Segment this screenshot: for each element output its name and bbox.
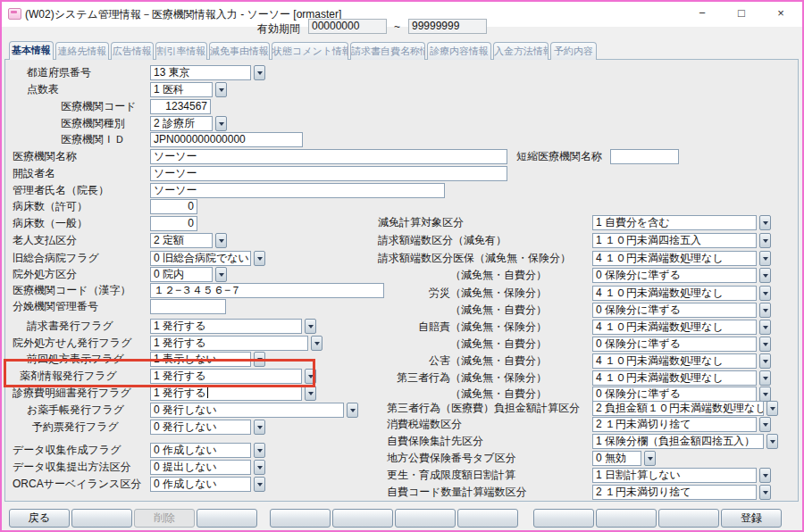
- prefecture-number-dropdown-arrow[interactable]: [254, 65, 265, 80]
- billing-rounding-ins-no-exemption-insurance-dropdown-arrow[interactable]: [759, 251, 771, 266]
- f2-blank-button[interactable]: [71, 509, 132, 528]
- medicine-notebook-issue-flag-dropdown-arrow[interactable]: [347, 403, 358, 418]
- third-party-no-exemption-self-dropdown-arrow[interactable]: [759, 387, 771, 402]
- jibaiseki-no-exemption-insurance-combobox[interactable]: 4 １０円未満端数処理なし: [592, 320, 757, 335]
- close-button[interactable]: ×: [761, 0, 800, 27]
- third-party-medical-burden-calc-dropdown-arrow[interactable]: [766, 401, 778, 416]
- billing-rounding-with-exemption-label: 請求額端数区分（減免有）: [378, 233, 547, 248]
- f11-blank-button[interactable]: [658, 509, 719, 528]
- invoice-issue-flag-combobox[interactable]: 1 発行する: [150, 319, 302, 334]
- elderly-payment-class-dropdown-arrow[interactable]: [215, 233, 227, 248]
- data-collection-submit-class-combobox[interactable]: 0 提出しない: [150, 460, 251, 475]
- billing-rounding-ins-no-exemption-insurance-combobox[interactable]: 4 １０円未満端数処理なし: [592, 251, 757, 266]
- medical-inst-code-input[interactable]: 1234567: [150, 99, 211, 114]
- medical-fee-statement-issue-flag-combobox[interactable]: 1 発行する: [150, 386, 302, 401]
- jibaiseki-no-exemption-self-combobox[interactable]: 0 保険分に準ずる: [592, 337, 757, 352]
- old-general-hospital-flag-dropdown-arrow[interactable]: [254, 251, 265, 266]
- orca-surveillance-class-combobox[interactable]: 0 作成しない: [150, 477, 251, 492]
- consumption-tax-rounding-combobox[interactable]: 2 １円未満切り捨て: [592, 417, 757, 432]
- third-party-no-exemption-insurance-combobox[interactable]: 4 １０円未満端数処理なし: [592, 370, 757, 386]
- tab-ad-info[interactable]: 広告情報: [111, 42, 154, 60]
- minimize-button[interactable]: −: [683, 0, 722, 27]
- f4-blank-button[interactable]: [197, 509, 257, 528]
- short-medical-inst-name-field[interactable]: [610, 149, 679, 164]
- jibaiseki-no-exemption-self-dropdown-arrow[interactable]: [759, 337, 771, 352]
- beds-licensed-input[interactable]: 0: [150, 199, 197, 214]
- invoice-issue-flag-dropdown-arrow[interactable]: [305, 319, 316, 334]
- third-party-no-exemption-self-combobox[interactable]: 0 保険分に準ずる: [592, 387, 757, 402]
- external-prescription-issue-flag-combobox[interactable]: 1 発行する: [150, 336, 308, 351]
- tab-deposit-method-info[interactable]: 入金方法情報: [493, 42, 549, 60]
- validity-to-field[interactable]: 99999999: [408, 19, 487, 34]
- elderly-payment-class-combobox[interactable]: 2 定額: [150, 233, 213, 248]
- exemption-calc-target-class-combobox[interactable]: 1 自費分を含む: [592, 215, 757, 230]
- data-collection-create-flag-combobox[interactable]: 0 作成しない: [150, 443, 251, 458]
- rosai-no-exemption-self-combobox[interactable]: 0 保険分に準ずる: [592, 303, 757, 318]
- billing-rounding-ins-no-exemption-self-combobox[interactable]: 0 保険分に準ずる: [592, 268, 757, 283]
- third-party-medical-burden-calc-combobox[interactable]: 2 負担金額１０円未満端数処理なし: [592, 401, 764, 416]
- f7-blank-button[interactable]: [395, 509, 456, 528]
- self-pay-code-quantity-rounding-dropdown-arrow[interactable]: [759, 485, 771, 500]
- external-prescription-class-combobox[interactable]: 0 院内: [150, 267, 213, 282]
- kosei-ikusei-daily-calc-combobox[interactable]: 1 日割計算しない: [592, 468, 757, 483]
- data-collection-submit-class-dropdown-arrow[interactable]: [254, 460, 265, 475]
- administrator-name-input[interactable]: ソーソー: [150, 183, 445, 198]
- register-button[interactable]: 登録: [721, 509, 782, 528]
- prefecture-number-combobox[interactable]: 13 東京: [150, 65, 251, 80]
- medicine-notebook-issue-flag-combobox[interactable]: 0 発行しない: [150, 403, 344, 418]
- tab-status-comment-info[interactable]: 状態コメント情報: [272, 42, 348, 60]
- billing-rounding-with-exemption-dropdown-arrow[interactable]: [759, 233, 771, 248]
- medical-fee-statement-issue-flag-dropdown-arrow[interactable]: [305, 386, 316, 401]
- beds-general-input[interactable]: 0: [150, 216, 197, 231]
- medical-inst-type-dropdown-arrow[interactable]: [215, 116, 227, 131]
- kogai-no-exemption-self-dropdown-arrow[interactable]: [759, 353, 771, 369]
- reservation-slip-issue-flag-dropdown-arrow[interactable]: [254, 420, 265, 435]
- external-prescription-issue-flag-dropdown-arrow[interactable]: [311, 336, 322, 351]
- data-collection-create-flag-dropdown-arrow[interactable]: [254, 443, 265, 458]
- old-general-hospital-flag-combobox[interactable]: 0 旧総合病院でない: [150, 251, 251, 266]
- score-table-dropdown-arrow[interactable]: [215, 82, 227, 97]
- kogai-no-exemption-self-label: 公害（減免無・自費分）: [378, 353, 547, 369]
- validity-from-field[interactable]: 00000000: [308, 19, 387, 34]
- external-prescription-class-dropdown-arrow[interactable]: [215, 267, 227, 282]
- orca-surveillance-class-dropdown-arrow[interactable]: [254, 477, 265, 492]
- back-button[interactable]: 戻る: [9, 509, 70, 528]
- maximize-button[interactable]: □: [722, 0, 761, 27]
- tab-discount-rate-info[interactable]: 割引率情報: [155, 42, 207, 60]
- billing-rounding-with-exemption-combobox[interactable]: 1 １０円未満四捨五入: [592, 233, 757, 248]
- kosei-ikusei-daily-calc-dropdown-arrow[interactable]: [759, 468, 771, 483]
- consumption-tax-rounding-dropdown-arrow[interactable]: [759, 417, 771, 432]
- score-table-combobox[interactable]: 1 医科: [150, 82, 213, 97]
- f6-blank-button[interactable]: [332, 509, 393, 528]
- f5-blank-button[interactable]: [270, 509, 331, 528]
- self-pay-code-quantity-rounding-combobox[interactable]: 2 １円未満切り捨て: [592, 485, 757, 500]
- tab-exemption-reason-info[interactable]: 減免事由情報: [209, 42, 270, 60]
- f9-blank-button[interactable]: [533, 509, 594, 528]
- exemption-calc-target-class-dropdown-arrow[interactable]: [759, 215, 771, 230]
- f8-blank-button[interactable]: [457, 509, 518, 528]
- tab-contact-info[interactable]: 連絡先情報: [55, 42, 109, 60]
- reservation-slip-issue-flag-combobox[interactable]: 0 発行しない: [150, 420, 251, 435]
- medical-inst-code-kanji-input[interactable]: １２−３４５６−７: [150, 283, 384, 298]
- third-party-no-exemption-insurance-dropdown-arrow[interactable]: [759, 370, 771, 386]
- medical-inst-name-input[interactable]: ソーソー: [150, 149, 507, 164]
- medical-inst-id-input[interactable]: JPN000000000000: [150, 132, 303, 147]
- tab-reservation-content[interactable]: 予約内容: [550, 42, 597, 60]
- tab-invoice-selfpay-name-info[interactable]: 請求書自費名称情報: [350, 42, 425, 60]
- rosai-no-exemption-self-dropdown-arrow[interactable]: [759, 303, 771, 318]
- kogai-no-exemption-self-combobox[interactable]: 4 １０円未満端数処理なし: [592, 353, 757, 369]
- founder-name-input[interactable]: ソーソー: [150, 166, 507, 181]
- self-pay-insurance-aggregation-combobox[interactable]: 1 保険分欄（負担金額四捨五入）: [592, 434, 764, 449]
- jibaiseki-no-exemption-insurance-dropdown-arrow[interactable]: [759, 320, 771, 335]
- tab-medical-content-info[interactable]: 診療内容情報: [427, 42, 491, 60]
- rosai-no-exemption-insurance-dropdown-arrow[interactable]: [759, 286, 771, 301]
- local-public-insurance-tab-class-combobox[interactable]: 0 無効: [592, 451, 641, 466]
- delivery-inst-number-input[interactable]: [150, 299, 226, 314]
- local-public-insurance-tab-class-dropdown-arrow[interactable]: [644, 451, 656, 466]
- f10-blank-button[interactable]: [596, 509, 657, 528]
- billing-rounding-ins-no-exemption-self-dropdown-arrow[interactable]: [759, 268, 771, 283]
- rosai-no-exemption-insurance-combobox[interactable]: 4 １０円未満端数処理なし: [592, 286, 757, 301]
- tab-basic-info[interactable]: 基本情報: [9, 41, 54, 60]
- self-pay-insurance-aggregation-dropdown-arrow[interactable]: [766, 434, 778, 449]
- medical-inst-type-combobox[interactable]: 2 診療所: [150, 116, 213, 131]
